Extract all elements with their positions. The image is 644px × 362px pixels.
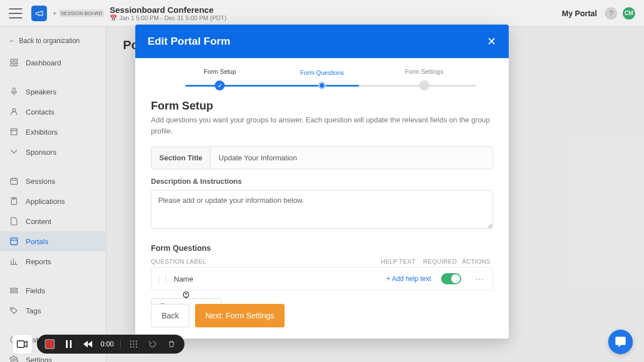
svg-point-19: [133, 341, 134, 342]
next-button[interactable]: Next: Form Settings: [195, 304, 285, 327]
trash-icon[interactable]: [165, 338, 178, 350]
svg-point-20: [136, 341, 137, 342]
stepper: Form Setup ✓ Form Questions Form Setting…: [135, 58, 509, 95]
col-help-text: HELP TEXT: [376, 258, 420, 265]
stop-button[interactable]: [44, 338, 56, 350]
col-question-label: QUESTION LABEL: [151, 258, 376, 265]
svg-point-26: [136, 346, 137, 347]
description-textarea[interactable]: Please add or update your information be…: [151, 190, 493, 229]
svg-rect-16: [66, 340, 68, 348]
modal-edit-portal-form: Edit Portal Form ✕ Form Setup ✓ Form Que…: [135, 25, 509, 339]
camera-icon[interactable]: [12, 334, 32, 354]
svg-point-25: [133, 346, 134, 347]
svg-rect-17: [70, 340, 72, 348]
section-title-input[interactable]: [211, 147, 493, 169]
recording-time: 0:00: [101, 340, 113, 348]
svg-rect-15: [17, 341, 24, 347]
question-name: Name: [174, 275, 375, 283]
col-actions: ACTIONS: [460, 258, 493, 265]
step-dot-icon: [318, 82, 326, 89]
recording-controls: 0:00: [37, 335, 184, 354]
row-actions-menu-icon[interactable]: ⋯: [471, 274, 488, 284]
section-description: Add questions you want your groups to an…: [151, 115, 493, 136]
add-help-text-link[interactable]: + Add help text: [375, 275, 431, 283]
svg-point-22: [133, 344, 134, 345]
add-question-button[interactable]: + Add Question: [151, 298, 222, 304]
step-form-setup[interactable]: Form Setup ✓: [169, 68, 271, 90]
drag-handle-icon[interactable]: ⋮⋮: [156, 275, 169, 283]
questions-table-header: QUESTION LABEL HELP TEXT REQUIRED ACTION…: [151, 256, 493, 267]
step-form-questions[interactable]: Form Questions: [271, 69, 373, 89]
modal-title: Edit Portal Form: [148, 35, 230, 47]
form-questions-heading: Form Questions: [151, 244, 493, 253]
modal-footer: Back Next: Form Settings: [135, 304, 509, 339]
step-dot-icon: [419, 80, 429, 90]
move-icon[interactable]: [127, 338, 140, 350]
step-label: Form Settings: [405, 68, 443, 75]
check-icon: ✓: [215, 80, 225, 90]
col-required: REQUIRED: [420, 258, 460, 265]
modal-body[interactable]: Form Setup Add questions you want your g…: [135, 95, 509, 304]
chat-button[interactable]: [608, 330, 633, 354]
question-row: ⋮⋮ Name + Add help text ⋯: [151, 267, 493, 290]
svg-point-23: [136, 344, 137, 345]
step-label: Form Questions: [300, 69, 344, 76]
close-icon[interactable]: ✕: [487, 35, 496, 48]
required-toggle[interactable]: [441, 273, 461, 284]
svg-point-24: [130, 346, 131, 347]
pause-button[interactable]: [63, 338, 75, 350]
svg-point-21: [130, 344, 131, 345]
section-title-field: Section Title: [151, 146, 493, 169]
svg-point-18: [130, 341, 131, 342]
recording-toolbar: 0:00: [12, 334, 184, 354]
section-title-label: Section Title: [151, 147, 211, 169]
description-label: Description & Instructions: [151, 177, 493, 185]
step-form-settings[interactable]: Form Settings: [373, 68, 475, 90]
modal-header: Edit Portal Form ✕: [135, 25, 509, 58]
section-heading: Form Setup: [151, 99, 493, 112]
restart-icon[interactable]: [146, 338, 159, 350]
back-button[interactable]: Back: [151, 304, 190, 327]
step-label: Form Setup: [204, 68, 236, 75]
rewind-button[interactable]: [82, 338, 94, 350]
